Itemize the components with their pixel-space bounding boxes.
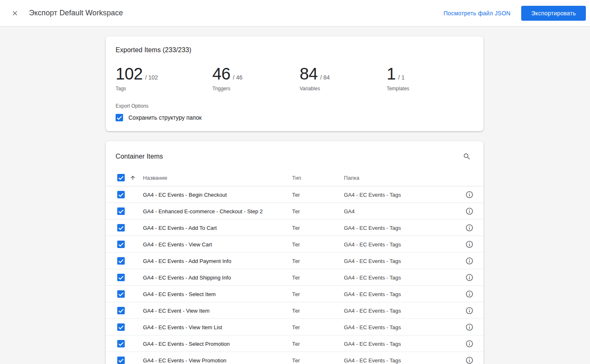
dialog-title: Экспорт Default Workspace (29, 9, 123, 17)
stat-label: Triggers (212, 86, 300, 92)
info-button[interactable] (461, 253, 478, 269)
export-stats: 102 / 102 Tags 46 / 46 Triggers 84 / 84 … (116, 65, 474, 92)
info-icon (465, 306, 474, 315)
row-folder: GA4 - EC Events - Tags (344, 241, 455, 248)
row-checkbox[interactable] (117, 357, 125, 364)
row-name: GA4 - EC Events - Select Promotion (143, 341, 292, 347)
row-name: GA4 - EC Events - Select Item (143, 291, 292, 297)
info-button[interactable] (461, 302, 478, 319)
column-header-folder[interactable]: Папка (344, 175, 455, 181)
row-type: Тег (292, 225, 344, 231)
row-checkbox[interactable] (117, 191, 125, 198)
keep-folder-structure-row: Сохранить структуру папок (116, 114, 474, 121)
row-folder: GA4 - EC Events - Tags (344, 357, 455, 364)
table-row: GA4 - EC Events - Begin Checkout Тег GA4… (106, 186, 484, 203)
info-button[interactable] (461, 236, 478, 253)
column-header-name[interactable]: Название (143, 175, 292, 181)
row-checkbox[interactable] (117, 274, 125, 281)
row-type: Тег (292, 357, 344, 364)
arrow-up-icon (130, 175, 136, 181)
row-folder: GA4 - EC Events - Tags (344, 192, 455, 198)
row-folder: GA4 - EC Events - Tags (344, 291, 455, 297)
stat-value: 102 (116, 65, 143, 82)
keep-folder-structure-checkbox[interactable] (116, 114, 123, 121)
stat-value: 84 (300, 65, 318, 82)
row-folder: GA4 (344, 208, 455, 215)
row-folder: GA4 - EC Events - Tags (344, 324, 455, 330)
row-type: Тег (292, 275, 344, 281)
row-checkbox[interactable] (117, 340, 125, 347)
select-all-checkbox[interactable] (117, 174, 125, 181)
info-button[interactable] (461, 203, 478, 219)
row-checkbox[interactable] (117, 323, 125, 331)
row-name: GA4 - EC Events - Add Payment Info (143, 258, 292, 264)
info-icon (465, 257, 474, 265)
row-type: Тег (292, 258, 344, 264)
stat-tags: 102 / 102 Tags (116, 65, 212, 92)
row-folder: GA4 - EC Events - Tags (344, 258, 455, 264)
table-header-row: Название Тип Папка (106, 169, 484, 186)
row-type: Тег (292, 192, 344, 198)
info-button[interactable] (461, 335, 478, 352)
row-type: Тег (292, 308, 344, 314)
row-checkbox[interactable] (117, 257, 125, 265)
info-icon (465, 273, 474, 282)
info-button[interactable] (461, 286, 478, 302)
info-icon (465, 356, 474, 364)
stat-total: / 102 (145, 74, 158, 81)
stat-label: Templates (387, 86, 474, 92)
row-type: Тег (292, 208, 344, 215)
sort-ascending-button[interactable] (130, 175, 136, 181)
info-button[interactable] (461, 352, 478, 364)
search-button[interactable] (460, 150, 474, 163)
info-icon (465, 207, 474, 215)
row-folder: GA4 - EC Events - Tags (344, 308, 455, 314)
info-button[interactable] (461, 186, 478, 203)
info-icon (465, 323, 474, 331)
close-button[interactable] (7, 5, 23, 22)
info-icon (465, 290, 474, 298)
stat-triggers: 46 / 46 Triggers (212, 65, 300, 92)
close-icon (11, 10, 19, 17)
stat-label: Tags (116, 86, 212, 92)
view-json-link[interactable]: Посмотреть файл JSON (443, 10, 510, 17)
row-folder: GA4 - EC Events - Tags (344, 341, 455, 347)
row-name: GA4 - EC Events - Begin Checkout (143, 192, 292, 198)
stat-value: 1 (387, 65, 396, 82)
row-checkbox[interactable] (117, 307, 125, 314)
row-checkbox[interactable] (117, 290, 125, 298)
table-row: GA4 - EC Events - Add To Cart Тег GA4 - … (106, 219, 484, 236)
info-icon (465, 240, 474, 248)
row-checkbox[interactable] (117, 241, 125, 248)
stat-value: 46 (212, 65, 230, 82)
table-row: GA4 - EC Events - View Promotion Тег GA4… (106, 352, 484, 364)
info-button[interactable] (461, 269, 478, 286)
stat-total: / 46 (233, 74, 242, 81)
info-icon (465, 224, 474, 232)
table-row: GA4 - EC Events - View Item List Тег GA4… (106, 319, 484, 335)
stat-templates: 1 / 1 Templates (387, 65, 474, 92)
row-name: GA4 - EC Events - View Cart (143, 241, 292, 248)
column-header-type[interactable]: Тип (292, 175, 344, 181)
stat-total: / 1 (398, 74, 405, 81)
row-type: Тег (292, 241, 344, 248)
info-icon (465, 340, 474, 348)
export-button[interactable]: Экспортировать (521, 6, 586, 21)
dialog-content: Exported Items (233/233) 102 / 102 Tags … (0, 27, 590, 364)
row-name: GA4 - EC Events - Add To Cart (143, 225, 292, 231)
row-name: GA4 - EC Events - View Item List (143, 324, 292, 330)
top-bar: Экспорт Default Workspace Посмотреть фай… (0, 0, 590, 27)
info-button[interactable] (461, 219, 478, 236)
row-name: GA4 - Enhanced E-commerce - Checkout - S… (143, 208, 292, 215)
table-row: GA4 - EC Event - View Item Тег GA4 - EC … (106, 302, 484, 319)
search-icon (463, 152, 471, 161)
export-options-label: Export Options (116, 103, 474, 109)
table-row: GA4 - Enhanced E-commerce - Checkout - S… (106, 203, 484, 219)
stat-variables: 84 / 84 Variables (300, 65, 387, 92)
row-checkbox[interactable] (117, 224, 125, 231)
row-checkbox[interactable] (117, 207, 125, 215)
info-button[interactable] (461, 319, 478, 335)
exported-items-title: Exported Items (233/233) (116, 46, 474, 54)
row-folder: GA4 - EC Events - Tags (344, 275, 455, 281)
container-items-header: Container Items (106, 141, 484, 169)
